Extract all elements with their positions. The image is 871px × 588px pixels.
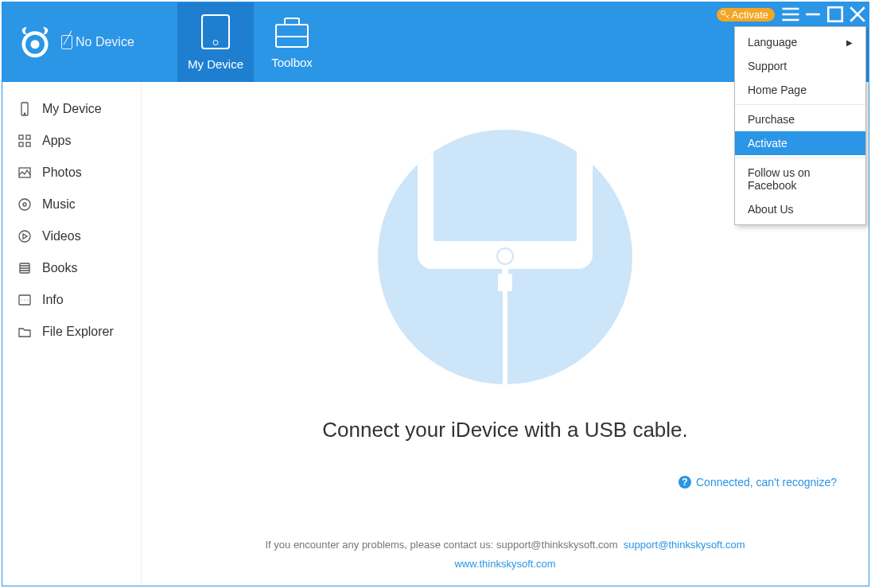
- svg-point-6: [24, 113, 25, 115]
- maximize-button[interactable]: [824, 2, 846, 26]
- svg-point-19: [27, 299, 28, 300]
- svg-point-2: [30, 40, 39, 49]
- sidebar-item-info[interactable]: Info: [2, 284, 141, 316]
- menu-item-label: Follow us on Facebook: [748, 166, 853, 192]
- menu-item-purchase[interactable]: Purchase: [735, 107, 865, 131]
- videos-icon: [17, 228, 33, 244]
- menu-item-label: Support: [748, 60, 787, 72]
- hamburger-icon: [780, 3, 802, 25]
- close-icon: [846, 3, 869, 25]
- home-button-graphic: [496, 247, 514, 265]
- sidebar-item-label: Books: [42, 261, 77, 275]
- folder-icon: [17, 324, 33, 340]
- activate-button[interactable]: Activate: [717, 8, 775, 21]
- phone-graphic: [418, 130, 593, 269]
- sidebar-item-music[interactable]: Music: [2, 189, 141, 220]
- sidebar-item-label: Apps: [42, 134, 71, 148]
- svg-point-14: [19, 231, 30, 242]
- sidebar-item-books[interactable]: Books: [2, 252, 141, 284]
- menu-item-label: Home Page: [748, 84, 807, 96]
- music-icon: [17, 197, 33, 212]
- svg-rect-8: [26, 135, 30, 139]
- sidebar-item-label: Info: [42, 293, 64, 307]
- books-icon: [17, 260, 33, 276]
- close-button[interactable]: [846, 2, 869, 26]
- svg-point-12: [19, 199, 30, 210]
- menu-item-label: Language: [748, 36, 797, 49]
- tab-toolbox[interactable]: Toolbox: [254, 2, 330, 82]
- menu-separator: [735, 104, 865, 105]
- menu-item-activate[interactable]: Activate: [735, 131, 865, 155]
- app-logo-icon: [17, 24, 53, 60]
- menu-item-support[interactable]: Support: [735, 54, 865, 78]
- title-bar: No Device My Device Toolbox Activate Lan…: [2, 2, 869, 82]
- minimize-icon: [802, 3, 824, 25]
- sidebar-item-videos[interactable]: Videos: [2, 220, 141, 252]
- maximize-icon: [824, 3, 846, 25]
- sidebar-item-label: Videos: [42, 229, 81, 243]
- footer: If you encounter any problems, please co…: [142, 535, 869, 574]
- connect-headline: Connect your iDevice with a USB cable.: [322, 418, 688, 442]
- activate-button-label: Activate: [732, 9, 768, 21]
- svg-rect-9: [19, 142, 23, 146]
- apps-icon: [17, 133, 33, 149]
- menu-button[interactable]: [780, 2, 802, 26]
- connect-illustration: [378, 130, 632, 384]
- svg-rect-4: [828, 7, 842, 21]
- question-icon: ?: [679, 476, 691, 489]
- help-link-label: Connected, can't recognize?: [696, 476, 837, 489]
- menu-item-language[interactable]: Language ▶: [735, 30, 865, 54]
- sidebar-item-label: File Explorer: [42, 325, 114, 339]
- website-link[interactable]: www.thinkskysoft.com: [454, 558, 555, 570]
- sidebar-item-photos[interactable]: Photos: [2, 157, 141, 189]
- sidebar-item-label: Photos: [42, 165, 82, 180]
- window-controls: Activate: [717, 2, 869, 26]
- sidebar-item-file-explorer[interactable]: File Explorer: [2, 316, 141, 348]
- menu-item-facebook[interactable]: Follow us on Facebook: [735, 161, 865, 197]
- cable-graphic: [498, 274, 512, 384]
- menu-item-label: Activate: [748, 137, 787, 150]
- key-icon: [720, 10, 729, 19]
- tab-my-device[interactable]: My Device: [177, 2, 254, 82]
- svg-point-17: [21, 299, 21, 300]
- svg-point-3: [721, 11, 725, 15]
- photos-icon: [17, 165, 33, 181]
- minimize-button[interactable]: [802, 2, 824, 26]
- menu-item-homepage[interactable]: Home Page: [735, 78, 865, 102]
- chevron-right-icon: ▶: [846, 38, 853, 47]
- device-icon: [17, 101, 33, 117]
- no-device-icon: [61, 35, 72, 49]
- menu-item-about[interactable]: About Us: [735, 197, 865, 221]
- device-status: No Device: [61, 35, 134, 49]
- sidebar: My Device Apps Photos Music Videos Books…: [2, 82, 142, 586]
- menu-item-label: About Us: [748, 203, 794, 216]
- sidebar-item-my-device[interactable]: My Device: [2, 93, 141, 125]
- phone-screen-graphic: [434, 130, 577, 241]
- sidebar-item-apps[interactable]: Apps: [2, 125, 141, 157]
- support-email-link[interactable]: support@thinkskysoft.com: [624, 539, 745, 551]
- svg-rect-7: [19, 135, 23, 139]
- sidebar-item-label: Music: [42, 197, 76, 212]
- toolbox-icon: [275, 24, 309, 48]
- sidebar-item-label: My Device: [42, 102, 102, 116]
- tablet-icon: [201, 14, 230, 49]
- svg-point-13: [23, 203, 26, 206]
- tab-label: Toolbox: [271, 56, 313, 69]
- footer-text: If you encounter any problems, please co…: [265, 539, 617, 551]
- svg-rect-10: [26, 142, 30, 146]
- device-status-label: No Device: [76, 35, 134, 49]
- tab-label: My Device: [188, 57, 243, 71]
- logo-zone: No Device: [2, 2, 177, 82]
- svg-point-18: [24, 299, 25, 300]
- header-tabs: My Device Toolbox: [177, 2, 330, 82]
- menu-separator: [735, 158, 865, 158]
- main-menu-dropdown: Language ▶ Support Home Page Purchase Ac…: [734, 26, 866, 225]
- recognize-help-link[interactable]: ? Connected, can't recognize?: [679, 476, 837, 489]
- menu-item-label: Purchase: [748, 113, 795, 126]
- info-icon: [17, 292, 33, 308]
